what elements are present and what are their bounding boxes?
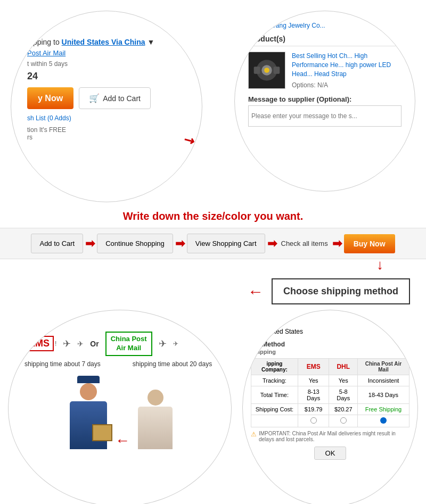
ok-button[interactable]: OK <box>314 447 347 460</box>
delivery-man <box>70 376 107 449</box>
buy-now-flow-button[interactable]: Buy Now <box>344 234 395 253</box>
female-body <box>138 407 173 449</box>
ems-radio[interactable] <box>310 417 317 424</box>
cost-label: Shipping Cost: <box>251 404 298 415</box>
ems-time-text: shipping time about 7 days <box>24 360 101 368</box>
dhl-radio-cell[interactable] <box>329 415 357 427</box>
seller-link[interactable]: ZhuoYang <box>257 22 286 29</box>
country-selector: 🇺🇸 United States <box>251 326 409 336</box>
china-tracking: Inconsistent <box>357 375 409 386</box>
arrow-2: ➡ <box>175 237 185 251</box>
wishlist-link[interactable]: sh List (0 Adds) <box>27 114 186 122</box>
arrow-4: ➡ <box>332 237 342 251</box>
left-arrow-icon: ← <box>248 283 264 301</box>
body <box>70 401 107 449</box>
arrow-1: ➡ <box>85 237 95 251</box>
hat <box>77 376 100 383</box>
seller-link-suffix[interactable]: Jewelry Co... <box>288 22 325 29</box>
buy-now-button[interactable]: y Now <box>27 87 73 109</box>
col-company: ipping Company: <box>251 359 298 375</box>
ems-text: EMS <box>24 336 54 351</box>
down-arrow-icon: ↓ <box>376 257 383 273</box>
products-header: Product(s) <box>248 35 402 46</box>
price-display: 24 <box>27 71 186 82</box>
us-flag-icon: 🇺🇸 <box>251 326 261 336</box>
bottom-right-circle: 🇺🇸 United States ing Method Shipping ipp… <box>242 310 418 504</box>
dhl-radio[interactable] <box>340 417 347 424</box>
tracking-row: Tracking: Yes Yes Inconsistent <box>251 375 409 386</box>
col-china-post: China Post Air Mail <box>357 359 409 375</box>
svg-point-3 <box>264 68 269 73</box>
package <box>92 424 112 441</box>
shipping-prefix: hipping to <box>27 38 60 46</box>
add-to-cart-button[interactable]: 🛒 Add to Cart <box>79 87 151 109</box>
delivery-arrow: ← <box>115 432 130 449</box>
delivery-days: t within 5 days <box>27 60 186 68</box>
female-person <box>138 390 173 449</box>
protection-row: tion It's FREE rs <box>27 126 186 141</box>
radio-label-cell <box>251 415 298 427</box>
or-text: Or <box>90 340 99 348</box>
plane-icon-4: ✈ <box>173 340 178 348</box>
tracking-label: Tracking: <box>251 375 298 386</box>
cost-row: Shipping Cost: $19.79 $20.27 Free Shippi… <box>251 404 409 415</box>
down-arrow-section: ↓ <box>0 257 426 273</box>
china-time: 18-43 Days <box>357 386 409 404</box>
china-cost: Free Shipping <box>357 404 409 415</box>
ems-subtitle: ! <box>55 340 56 348</box>
shipping-line: hipping to United States Via China ▼ <box>27 38 186 46</box>
choose-shipping-box: Choose shipping method <box>272 278 410 304</box>
radio-row <box>251 415 409 427</box>
continue-shopping-button[interactable]: Continue Shopping <box>97 234 173 253</box>
right-circle: er: ZhuoYang Jewelry Co... Product(s) <box>234 11 415 192</box>
time-label: Total Time: <box>251 386 298 404</box>
shipping-method-section: ← Choose shipping method <box>0 273 426 310</box>
col-ems: EMS <box>298 359 329 375</box>
china-radio[interactable] <box>380 417 387 424</box>
shipping-method-link[interactable]: Post Air Mail <box>27 49 186 57</box>
message-label: Message to supplier (Optional): <box>248 95 402 103</box>
plane-icon-1: ✈ <box>63 338 71 350</box>
col-dhl: DHL <box>329 359 357 375</box>
check-items-text: Check all items <box>279 239 330 247</box>
important-note: ⚠ IMPORTANT: China Post Air Mail deliver… <box>251 431 409 442</box>
shipping-services-row: EMS ! ✈ ✈ Or China Post Air Mail ✈ ✈ <box>24 332 218 356</box>
ems-tracking: Yes <box>298 375 329 386</box>
bottom-left-circle: EMS ! ✈ ✈ Or China Post Air Mail ✈ ✈ shi… <box>8 310 232 504</box>
seller-line: er: ZhuoYang Jewelry Co... <box>248 22 402 29</box>
china-post-box: China Post Air Mail <box>105 332 152 356</box>
product-title[interactable]: Best Selling Hot Ch... High Performance … <box>292 52 402 78</box>
cart-icon: 🛒 <box>89 93 100 103</box>
arrow-3: ➡ <box>267 237 277 251</box>
product-options: Options: N/A <box>292 81 402 89</box>
dhl-time: 5-8 Days <box>329 386 357 404</box>
ems-cost: $19.79 <box>298 404 329 415</box>
china-radio-cell[interactable] <box>357 415 409 427</box>
add-to-cart-flow-button[interactable]: Add to Cart <box>31 234 83 253</box>
shipping-country-link[interactable]: United States Via China <box>62 38 145 46</box>
product-info: Best Selling Hot Ch... High Performance … <box>292 52 402 89</box>
product-thumbnail <box>248 52 285 89</box>
shipping-table: ipping Company: EMS DHL China Post Air M… <box>251 358 409 427</box>
plane-icon-2: ✈ <box>77 340 84 348</box>
dhl-tracking: Yes <box>329 375 357 386</box>
delivery-illustration: ← <box>24 376 218 449</box>
shipping-time-row: shipping time about 7 days shipping time… <box>24 360 218 368</box>
flow-section: Add to Cart ➡ Continue Shopping ➡ View S… <box>0 228 426 259</box>
product-row: Best Selling Hot Ch... High Performance … <box>248 52 402 89</box>
ems-logo: EMS ! <box>24 336 56 351</box>
top-section: hipping to United States Via China ▼ Pos… <box>0 0 426 208</box>
dhl-cost: $20.27 <box>329 404 357 415</box>
plane-icon-3: ✈ <box>159 338 167 350</box>
action-buttons: y Now 🛒 Add to Cart <box>27 87 186 109</box>
view-cart-button[interactable]: View Shopping Cart <box>187 234 265 253</box>
shipping-method-header: ing Method Shipping <box>251 341 409 356</box>
ems-radio-cell[interactable] <box>298 415 329 427</box>
message-input[interactable] <box>248 105 402 127</box>
china-time-text: shipping time about 20 days <box>133 360 212 368</box>
warning-icon: ⚠ <box>251 431 257 438</box>
svg-rect-5 <box>274 67 280 74</box>
left-circle: hipping to United States Via China ▼ Pos… <box>11 11 202 202</box>
time-row: Total Time: 8-13 Days 5-8 Days 18-43 Day… <box>251 386 409 404</box>
female-head <box>148 390 163 406</box>
